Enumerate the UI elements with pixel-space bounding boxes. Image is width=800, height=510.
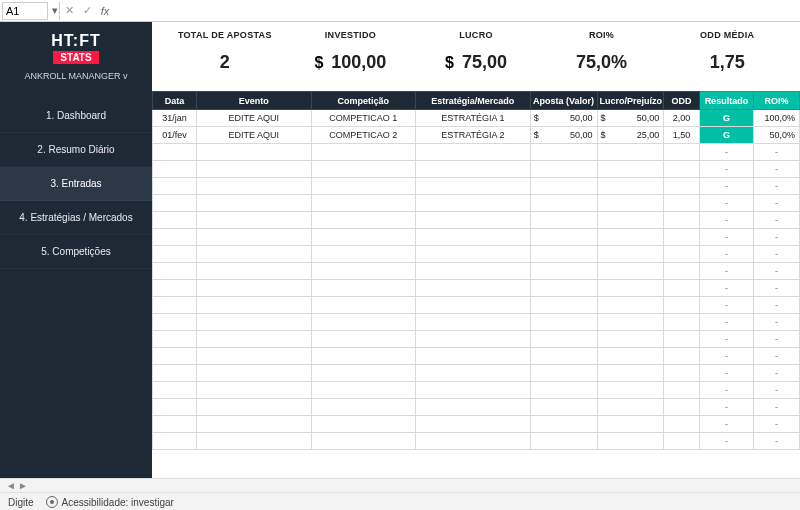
table-cell[interactable] <box>196 382 311 399</box>
table-cell[interactable] <box>530 195 597 212</box>
table-header[interactable]: Evento <box>196 92 311 110</box>
table-cell[interactable] <box>311 365 415 382</box>
table-cell[interactable]: - <box>754 229 800 246</box>
table-cell[interactable]: - <box>754 212 800 229</box>
table-cell[interactable]: - <box>699 212 753 229</box>
table-cell[interactable]: - <box>699 229 753 246</box>
table-cell[interactable]: - <box>699 365 753 382</box>
table-cell[interactable]: - <box>699 382 753 399</box>
table-cell[interactable] <box>530 433 597 450</box>
table-header[interactable]: Competição <box>311 92 415 110</box>
table-cell[interactable] <box>196 195 311 212</box>
table-cell[interactable]: - <box>754 382 800 399</box>
table-cell[interactable] <box>311 280 415 297</box>
table-cell[interactable] <box>153 246 197 263</box>
accessibility-status[interactable]: Acessibilidade: investigar <box>46 496 174 508</box>
table-cell[interactable] <box>153 297 197 314</box>
table-cell[interactable] <box>153 348 197 365</box>
table-cell[interactable] <box>530 144 597 161</box>
table-cell[interactable] <box>196 297 311 314</box>
table-cell[interactable]: - <box>699 280 753 297</box>
table-cell[interactable]: - <box>699 416 753 433</box>
table-header[interactable]: ROI% <box>754 92 800 110</box>
table-cell[interactable] <box>530 399 597 416</box>
table-cell[interactable] <box>530 331 597 348</box>
table-cell[interactable] <box>664 161 699 178</box>
table-cell[interactable] <box>530 178 597 195</box>
table-cell[interactable] <box>415 195 530 212</box>
table-cell[interactable] <box>153 178 197 195</box>
table-cell[interactable] <box>530 297 597 314</box>
table-cell[interactable] <box>664 229 699 246</box>
table-cell[interactable] <box>196 229 311 246</box>
table-cell[interactable] <box>530 263 597 280</box>
table-cell[interactable] <box>196 314 311 331</box>
table-cell[interactable] <box>415 212 530 229</box>
table-cell[interactable]: 31/jan <box>153 110 197 127</box>
sheet-next-icon[interactable]: ► <box>18 480 28 491</box>
table-cell[interactable] <box>664 263 699 280</box>
sidebar-item-4[interactable]: 5. Competições <box>0 235 152 269</box>
table-cell[interactable] <box>196 246 311 263</box>
table-cell[interactable] <box>597 365 664 382</box>
name-box-dropdown[interactable]: ▾ <box>50 2 60 20</box>
table-cell[interactable]: - <box>699 178 753 195</box>
table-cell[interactable] <box>196 161 311 178</box>
table-cell[interactable]: - <box>699 144 753 161</box>
table-cell[interactable] <box>597 314 664 331</box>
table-cell[interactable] <box>530 348 597 365</box>
table-cell[interactable]: 01/fev <box>153 127 197 144</box>
table-cell[interactable]: - <box>754 314 800 331</box>
table-cell[interactable]: - <box>699 195 753 212</box>
fx-icon[interactable]: fx <box>96 2 114 20</box>
table-cell[interactable] <box>153 280 197 297</box>
table-cell[interactable] <box>311 399 415 416</box>
table-cell[interactable] <box>196 348 311 365</box>
table-cell[interactable] <box>664 399 699 416</box>
table-cell[interactable]: - <box>754 416 800 433</box>
table-cell[interactable] <box>196 144 311 161</box>
table-cell[interactable] <box>153 382 197 399</box>
table-cell[interactable]: - <box>754 280 800 297</box>
table-cell[interactable]: - <box>699 433 753 450</box>
table-cell[interactable]: - <box>754 161 800 178</box>
table-header[interactable]: Resultado <box>699 92 753 110</box>
table-cell[interactable] <box>153 195 197 212</box>
table-cell[interactable] <box>415 297 530 314</box>
table-cell[interactable] <box>153 416 197 433</box>
table-cell[interactable] <box>153 365 197 382</box>
table-cell[interactable] <box>311 348 415 365</box>
table-cell[interactable] <box>415 365 530 382</box>
table-cell[interactable] <box>664 297 699 314</box>
table-cell[interactable]: - <box>699 297 753 314</box>
table-cell[interactable]: - <box>754 263 800 280</box>
table-cell[interactable] <box>597 416 664 433</box>
table-cell[interactable]: - <box>754 195 800 212</box>
table-cell[interactable] <box>415 433 530 450</box>
table-cell[interactable] <box>415 331 530 348</box>
table-cell[interactable]: 2,00 <box>664 110 699 127</box>
table-cell[interactable]: - <box>699 314 753 331</box>
table-cell[interactable] <box>311 314 415 331</box>
table-cell[interactable] <box>664 144 699 161</box>
sidebar-item-1[interactable]: 2. Resumo Diário <box>0 133 152 167</box>
table-cell[interactable] <box>597 382 664 399</box>
table-cell[interactable] <box>530 416 597 433</box>
table-cell[interactable] <box>196 365 311 382</box>
table-cell[interactable] <box>153 144 197 161</box>
table-cell[interactable]: - <box>754 399 800 416</box>
table-cell[interactable] <box>530 246 597 263</box>
table-cell[interactable]: G <box>699 110 753 127</box>
sidebar-item-0[interactable]: 1. Dashboard <box>0 99 152 133</box>
sidebar-item-3[interactable]: 4. Estratégias / Mercados <box>0 201 152 235</box>
table-cell[interactable] <box>153 161 197 178</box>
table-cell[interactable] <box>311 144 415 161</box>
table-cell[interactable] <box>530 161 597 178</box>
table-cell[interactable]: - <box>699 399 753 416</box>
table-cell[interactable] <box>311 161 415 178</box>
table-cell[interactable] <box>664 178 699 195</box>
table-cell[interactable] <box>415 246 530 263</box>
table-cell[interactable] <box>664 382 699 399</box>
table-cell[interactable] <box>664 348 699 365</box>
table-cell[interactable]: 1,50 <box>664 127 699 144</box>
